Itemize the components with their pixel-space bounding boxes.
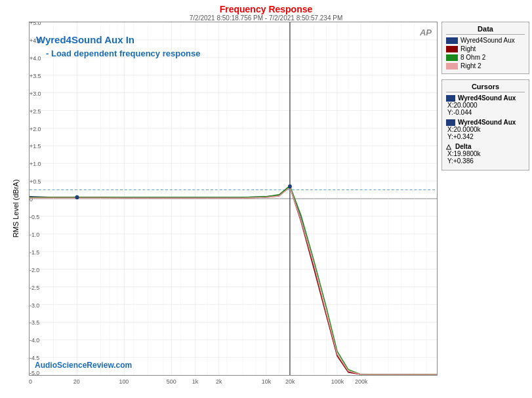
y-axis-label: RMS Level (dBrA) xyxy=(12,180,20,238)
svg-text:-2.5: -2.5 xyxy=(30,284,39,290)
cursor-1-y: Y:-0.044 xyxy=(446,109,525,116)
chart-title: Frequency Response xyxy=(0,4,532,14)
title-area: Frequency Response 7/2/2021 8:50:18.756 … xyxy=(0,0,532,22)
plot-area: +5.0 +4.5 +4.0 +3.5 +3.0 +2.5 +2.0 +1.5 … xyxy=(29,22,438,376)
chart-area: RMS Level (dBrA) xyxy=(0,22,532,398)
cursor-2: Wyred4Sound Aux X:20.0000k Y:+0.342 xyxy=(446,119,525,140)
svg-text:-1.0: -1.0 xyxy=(30,231,39,238)
x-axis-area: 10 20 100 500 1k 2k 10k 20k 100k 200k Fr… xyxy=(29,376,438,395)
svg-text:+5.0: +5.0 xyxy=(30,22,41,26)
cursor-delta: △ Delta X:19.9800k Y:+0.386 xyxy=(446,143,525,165)
cursor-1-x: X:20.0000 xyxy=(446,102,525,109)
data-legend: Data Wyred4Sound Aux Right 8 Ohm 2 Right… xyxy=(441,22,529,74)
svg-text:+2.5: +2.5 xyxy=(30,108,41,114)
svg-text:+1.0: +1.0 xyxy=(30,161,41,167)
cursor-delta-y: Y:+0.386 xyxy=(446,157,525,165)
svg-text:+2.0: +2.0 xyxy=(30,125,41,132)
svg-text:+0.5: +0.5 xyxy=(30,178,41,185)
svg-point-75 xyxy=(288,184,292,188)
legend-label-2: Right xyxy=(460,45,476,52)
annotation-line1: Wyred4Sound Aux In xyxy=(36,34,134,45)
main-container: Frequency Response 7/2/2021 8:50:18.756 … xyxy=(0,0,532,398)
legend-color-1 xyxy=(446,37,458,44)
legend-item-3: 8 Ohm 2 xyxy=(446,54,525,61)
svg-text:10: 10 xyxy=(29,378,32,385)
svg-text:-4.0: -4.0 xyxy=(30,337,39,344)
svg-text:100: 100 xyxy=(119,378,129,385)
svg-text:200k: 200k xyxy=(355,378,368,385)
svg-text:-3.5: -3.5 xyxy=(30,319,39,326)
cursors-panel: Cursors Wyred4Sound Aux X:20.0000 Y:-0.0… xyxy=(441,79,529,170)
svg-text:500: 500 xyxy=(167,378,176,385)
cursor-2-x: X:20.0000k xyxy=(446,126,525,133)
svg-text:-2.0: -2.0 xyxy=(30,267,39,273)
legend-label-1: Wyred4Sound Aux xyxy=(460,37,515,44)
svg-text:+1.5: +1.5 xyxy=(30,143,41,149)
ap-logo: AP xyxy=(420,28,432,37)
legend-title: Data xyxy=(446,25,525,35)
cursor-2-label: Wyred4Sound Aux xyxy=(446,119,525,126)
svg-text:+3.5: +3.5 xyxy=(30,73,41,79)
chart-right-panel: Data Wyred4Sound Aux Right 8 Ohm 2 Right… xyxy=(438,22,529,395)
legend-label-4: Right 2 xyxy=(460,62,481,70)
chart-svg: +5.0 +4.5 +4.0 +3.5 +3.0 +2.5 +2.0 +1.5 … xyxy=(30,22,437,375)
svg-text:-1.5: -1.5 xyxy=(30,249,39,256)
legend-color-3 xyxy=(446,54,458,61)
legend-color-4 xyxy=(446,63,458,70)
cursor-delta-x: X:19.9800k xyxy=(446,150,525,157)
legend-item-4: Right 2 xyxy=(446,62,525,70)
svg-text:20k: 20k xyxy=(285,378,295,385)
svg-text:-5.0: -5.0 xyxy=(30,370,39,375)
cursor-2-color xyxy=(446,119,455,126)
svg-text:1k: 1k xyxy=(192,378,199,385)
legend-color-2 xyxy=(446,46,458,52)
y-axis-container: RMS Level (dBrA) xyxy=(3,22,29,395)
svg-text:100k: 100k xyxy=(331,378,344,385)
chart-center: +5.0 +4.5 +4.0 +3.5 +3.0 +2.5 +2.0 +1.5 … xyxy=(29,22,438,395)
svg-text:-0.5: -0.5 xyxy=(30,214,39,220)
cursor-1-color xyxy=(446,95,455,102)
cursor-1: Wyred4Sound Aux X:20.0000 Y:-0.044 xyxy=(446,94,525,116)
svg-point-74 xyxy=(75,195,79,199)
cursor-1-label: Wyred4Sound Aux xyxy=(446,94,525,102)
svg-text:+3.0: +3.0 xyxy=(30,90,41,97)
cursors-title: Cursors xyxy=(446,83,525,92)
legend-label-3: 8 Ohm 2 xyxy=(460,54,485,61)
svg-text:2k: 2k xyxy=(216,378,222,385)
legend-item-2: Right xyxy=(446,45,525,52)
svg-text:+4.0: +4.0 xyxy=(30,55,41,62)
svg-text:20: 20 xyxy=(73,378,80,385)
svg-text:10k: 10k xyxy=(262,378,272,385)
delta-triangle-icon: △ xyxy=(446,143,451,150)
chart-subtitle: 7/2/2021 8:50:18.756 PM - 7/2/2021 8:50:… xyxy=(0,14,532,22)
annotation-line2: - Load dependent frequency response xyxy=(46,49,201,58)
x-axis-svg: 10 20 100 500 1k 2k 10k 20k 100k 200k xyxy=(29,376,438,395)
watermark: AudioScienceReview.com xyxy=(35,361,132,370)
svg-text:-3.0: -3.0 xyxy=(30,302,39,308)
cursor-2-y: Y:+0.342 xyxy=(446,133,525,140)
cursor-delta-label: △ Delta xyxy=(446,143,525,150)
legend-item-1: Wyred4Sound Aux xyxy=(446,37,525,44)
